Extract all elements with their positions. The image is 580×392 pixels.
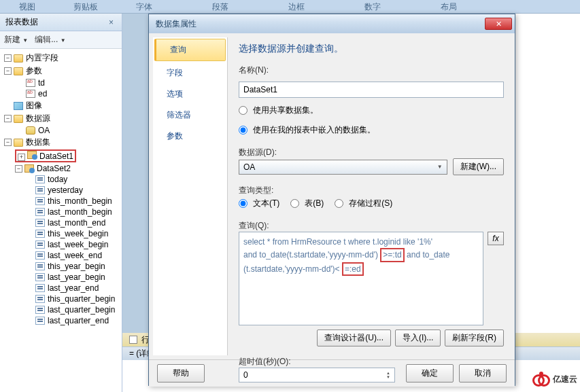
ribbon-label: 字体 <box>117 0 171 13</box>
ribbon-label: 布局 <box>400 0 476 13</box>
dataset-icon <box>27 151 37 159</box>
field-icon <box>35 284 45 292</box>
folder-icon <box>14 115 23 123</box>
image-icon <box>14 102 23 110</box>
field-icon <box>35 306 45 314</box>
content-heading: 选择数据源并创建查询。 <box>239 43 504 55</box>
tree-field[interactable]: this_year_begin <box>0 261 122 272</box>
expression-button[interactable]: fx <box>488 232 504 245</box>
tree-datasource-oa[interactable]: OA <box>0 125 122 136</box>
tree-field[interactable]: this_week_begin <box>0 228 122 239</box>
import-button[interactable]: 导入(I)... <box>395 329 441 346</box>
tree-field[interactable]: last_month_end <box>0 217 122 228</box>
dataset-icon <box>24 164 34 173</box>
tree-field[interactable]: last_week_begin <box>0 239 122 250</box>
tree-field[interactable]: last_month_begin <box>0 207 122 217</box>
tree-dataset1[interactable]: +DataSet1 <box>0 149 122 163</box>
name-label: 名称(N): <box>239 65 504 76</box>
tree-param-td[interactable]: td <box>0 77 122 88</box>
folder-icon <box>14 67 23 75</box>
ribbon-label: 视图 <box>0 0 54 13</box>
refresh-fields-button[interactable]: 刷新字段(R) <box>445 329 504 346</box>
timeout-input[interactable]: 0 ▲▼ <box>239 368 395 382</box>
field-icon <box>35 186 45 194</box>
query-type-label: 查询类型: <box>239 185 504 196</box>
new-button[interactable]: 新建 ▼ <box>4 34 28 46</box>
tree-param-ed[interactable]: ed <box>0 88 122 99</box>
radio-sp[interactable]: 存储过程(S) <box>335 198 392 209</box>
spinner-icon[interactable]: ▲▼ <box>386 371 390 379</box>
tree-datasources[interactable]: −数据源 <box>0 112 122 125</box>
field-icon <box>35 251 45 260</box>
panel-close-icon[interactable]: × <box>106 18 116 27</box>
row-group-icon <box>129 336 137 344</box>
tree-field[interactable]: this_quarter_begin <box>0 293 122 304</box>
watermark-logo-icon <box>532 372 550 387</box>
radio-embedded[interactable]: 使用在我的报表中嵌入的数据集。 <box>239 124 504 136</box>
cancel-button[interactable]: 取消 <box>459 364 507 382</box>
field-icon <box>35 208 45 216</box>
watermark: 亿速云 <box>532 372 577 387</box>
tree-builtin-fields[interactable]: −内置字段 <box>0 52 122 65</box>
tree-dataset2[interactable]: −DataSet2 <box>0 163 122 174</box>
folder-icon <box>14 54 23 63</box>
query-textarea[interactable]: select * from HrmResource t where t.logi… <box>239 232 483 325</box>
dataset-properties-dialog: 数据集属性 ✕ 查询 字段 选项 筛选器 参数 选择数据源并创建查询。 名称(N… <box>148 14 515 386</box>
db-icon <box>26 126 35 135</box>
dialog-title: 数据集属性 <box>156 18 197 30</box>
nav-options[interactable]: 选项 <box>153 84 227 105</box>
field-icon <box>35 175 45 183</box>
param-icon <box>26 90 35 98</box>
tree-field[interactable]: last_week_end <box>0 250 122 261</box>
nav-fields[interactable]: 字段 <box>153 63 227 84</box>
tree-field[interactable]: today <box>0 174 122 185</box>
field-icon <box>35 262 45 270</box>
radio-table[interactable]: 表(B) <box>290 198 324 209</box>
datasource-select[interactable]: OA▼ <box>239 160 447 175</box>
panel-title: 报表数据 <box>5 16 38 28</box>
help-button[interactable]: 帮助 <box>157 364 205 382</box>
report-data-panel: 报表数据 × 新建 ▼ 编辑... ▼ −内置字段 −参数 td ed 图像 −… <box>0 14 122 392</box>
tree-field[interactable]: yesterday <box>0 185 122 196</box>
ribbon-label: 数字 <box>324 0 400 13</box>
new-datasource-button[interactable]: 新建(W)... <box>453 158 504 175</box>
field-icon <box>35 219 45 227</box>
nav-filters[interactable]: 筛选器 <box>153 105 227 126</box>
nav-query[interactable]: 查询 <box>154 39 226 61</box>
radio-shared[interactable]: 使用共享数据集。 <box>239 105 504 116</box>
folder-icon <box>14 139 23 147</box>
tree-field[interactable]: last_quarter_begin <box>0 304 122 315</box>
panel-toolbar: 新建 ▼ 编辑... ▼ <box>0 31 122 49</box>
datasource-label: 数据源(D): <box>239 147 504 158</box>
tree-field[interactable]: this_month_begin <box>0 196 122 207</box>
ribbon-group-labels: 视图 剪贴板 字体 段落 边框 数字 布局 <box>0 0 580 14</box>
field-icon <box>35 317 45 325</box>
query-designer-button[interactable]: 查询设计器(U)... <box>317 329 391 346</box>
chevron-down-icon: ▼ <box>437 164 443 170</box>
dialog-titlebar[interactable]: 数据集属性 ✕ <box>149 14 515 33</box>
tree-datasets[interactable]: −数据集 <box>0 136 122 149</box>
query-label: 查询(Q): <box>239 220 504 232</box>
tree-field[interactable]: last_year_begin <box>0 272 122 283</box>
name-input[interactable] <box>239 82 504 98</box>
watermark-text: 亿速云 <box>553 374 577 385</box>
tree-images[interactable]: 图像 <box>0 99 122 112</box>
ok-button[interactable]: 确定 <box>406 364 454 382</box>
tree-field[interactable]: last_quarter_end <box>0 315 122 326</box>
ribbon-label: 段落 <box>171 0 248 13</box>
nav-parameters[interactable]: 参数 <box>153 126 227 147</box>
radio-text[interactable]: 文本(T) <box>239 198 279 209</box>
field-icon <box>35 295 45 303</box>
field-icon <box>35 240 45 249</box>
tree-field[interactable]: last_year_end <box>0 283 122 293</box>
dialog-nav: 查询 字段 选项 筛选器 参数 <box>153 37 228 355</box>
field-icon <box>35 273 45 281</box>
param-icon <box>26 79 35 87</box>
tree-parameters[interactable]: −参数 <box>0 65 122 77</box>
highlight-ed: =:ed <box>342 262 364 277</box>
edit-button[interactable]: 编辑... ▼ <box>35 34 65 46</box>
ribbon-label: 剪贴板 <box>54 0 117 13</box>
panel-header: 报表数据 × <box>0 14 122 31</box>
dialog-close-button[interactable]: ✕ <box>485 18 512 30</box>
ribbon-label: 边框 <box>248 0 324 13</box>
